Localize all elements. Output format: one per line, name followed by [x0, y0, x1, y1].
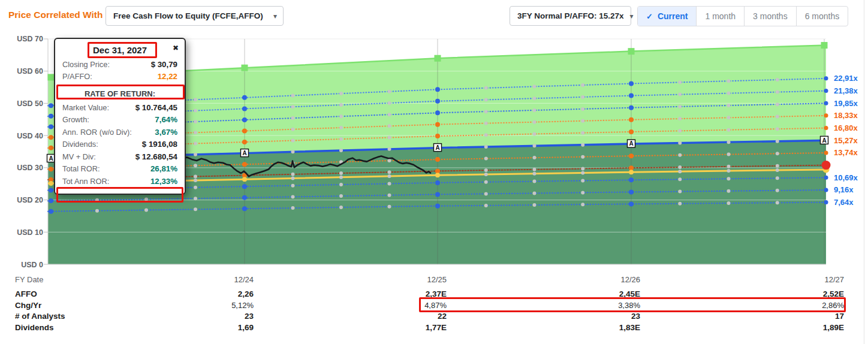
svg-text:A: A — [822, 137, 826, 144]
stock-valuation-app: AAAAA22,91x21,38x19,85x18,33x16,80x15,27… — [0, 0, 868, 344]
tooltip-date: Dec 31, 2027 — [61, 43, 179, 58]
tooltip-row-growth: Growth: 7,64% — [61, 114, 179, 126]
chevron-down-icon: ▾ — [630, 12, 634, 20]
svg-text:A: A — [435, 144, 439, 151]
page-title: Price Correlated With — [8, 10, 103, 20]
y-axis-tick-label: USD 30 — [17, 164, 43, 172]
table-row-fy-date: FY Date 12/24 12/25 12/26 12/27 — [0, 275, 868, 286]
multiple-label: 10,69x — [834, 173, 858, 182]
svg-text:A: A — [242, 150, 246, 156]
y-axis-labels: USD 70USD 60USD 50USD 40USD 30USD 20USD … — [17, 35, 43, 268]
tooltip-row-dividends: Dividends: $ 1916,08 — [61, 138, 179, 151]
table-row-affo: AFFO 2,26 2,37E 2,45E 2,52E — [0, 289, 868, 300]
range-button-label: 1 month — [705, 11, 736, 21]
y-axis-tick-label: USD 0 — [21, 261, 43, 269]
multiple-label: 19,85x — [834, 99, 858, 108]
table-row-analysts: # of Analysts 23 22 23 17 — [0, 312, 868, 322]
table-row-chg-yr: Chg/Yr 5,12% 4,87% 3,38% 2,86% — [0, 301, 868, 312]
multiple-label: 9,16x — [834, 185, 854, 194]
multiple-label: 16,80x — [834, 123, 858, 132]
check-icon: ✓ — [646, 12, 653, 21]
close-icon[interactable]: ✖ — [173, 44, 179, 52]
metric-dropdown[interactable]: Free Cash Flow to Equity (FCFE,AFFO) ▾ — [106, 6, 284, 26]
y-axis-tick-label: USD 70 — [17, 35, 43, 43]
range-button-6-months[interactable]: 6 months — [796, 7, 848, 26]
multiple-label: 15,27x — [834, 136, 858, 145]
chart-tooltip: Dec 31, 2027 ✖ Closing Price: $ 30,79 P/… — [54, 38, 186, 195]
tooltip-row-ann-ror: Ann. ROR (w/o Div): 3,67% — [61, 126, 179, 138]
tooltip-row-market-value: Market Value: $ 10.764,45 — [61, 101, 179, 114]
range-button-group: ✓ Current 1 month 3 months 6 months — [637, 6, 848, 26]
chevron-down-icon: ▾ — [273, 12, 277, 20]
multiple-label: 13,74x — [834, 148, 858, 157]
y-axis-tick-label: USD 20 — [17, 196, 43, 204]
range-button-3-months[interactable]: 3 months — [744, 7, 796, 26]
y-axis-tick-label: USD 10 — [17, 228, 43, 237]
multiple-labels: 22,91x21,38x19,85x18,33x16,80x15,27x13,7… — [834, 74, 858, 207]
svg-text:A: A — [49, 155, 53, 162]
tooltip-row-mv-div: MV + Div: $ 12.680,54 — [61, 150, 179, 163]
multiple-label: 18,33x — [834, 111, 858, 120]
multiple-label: 7,64x — [834, 198, 854, 207]
metric-dropdown-value: Free Cash Flow to Equity (FCFE,AFFO) — [113, 11, 263, 20]
y-axis-tick-label: USD 60 — [17, 67, 43, 76]
svg-text:A: A — [629, 140, 633, 147]
multiple-label: 22,91x — [834, 74, 858, 83]
tooltip-row-total-ror: Total ROR: 26,81% — [61, 163, 179, 176]
divider — [65, 85, 175, 86]
current-point — [822, 161, 831, 170]
normal-multiple-dropdown[interactable]: 3FY Normal P/AFFO: 15.27x ▾ — [510, 6, 631, 26]
tooltip-row-closing-price: Closing Price: $ 30,79 — [61, 58, 179, 71]
multiple-label: 21,38x — [834, 86, 858, 95]
tooltip-section-title: RATE OF RETURN: — [61, 88, 179, 100]
y-axis-tick-label: USD 50 — [17, 99, 43, 108]
tooltip-row-tot-ann-ror: Tot Ann ROR: 12,33% — [61, 175, 179, 188]
normal-multiple-dropdown-value: 3FY Normal P/AFFO: 15.27x — [517, 11, 624, 20]
table-row-dividends: Dividends 1,69 1,77E 1,83E 1,89E — [0, 323, 868, 334]
divider — [864, 0, 864, 344]
range-button-1-month[interactable]: 1 month — [696, 7, 744, 26]
tooltip-row-p-affo: P/AFFO: 12,22 — [61, 71, 179, 83]
range-button-label: 6 months — [805, 11, 840, 21]
range-button-label: Current — [658, 11, 688, 21]
range-button-label: 3 months — [753, 11, 788, 21]
range-button-current[interactable]: ✓ Current — [638, 7, 696, 26]
y-axis-tick-label: USD 40 — [17, 132, 43, 140]
selected-point-dot — [822, 161, 831, 170]
